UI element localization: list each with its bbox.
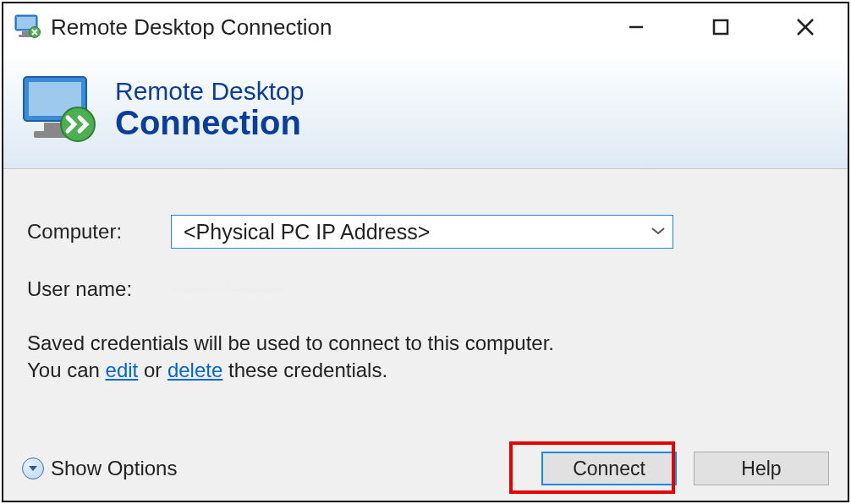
- maximize-button[interactable]: [678, 3, 763, 51]
- computer-combobox[interactable]: <Physical PC IP Address>: [171, 215, 673, 249]
- credentials-line1: Saved credentials will be used to connec…: [27, 331, 554, 354]
- help-button[interactable]: Help: [694, 452, 829, 485]
- banner: Remote Desktop Connection: [3, 51, 848, 169]
- delete-credentials-link[interactable]: delete: [167, 359, 222, 381]
- svg-rect-6: [714, 20, 727, 34]
- connect-button[interactable]: Connect: [541, 452, 677, 485]
- rdc-titlebar-icon: [14, 14, 44, 41]
- show-options-toggle[interactable]: Show Options: [22, 457, 177, 480]
- credentials-mid: or: [138, 359, 167, 381]
- titlebar: Remote Desktop Connection: [3, 3, 848, 51]
- computer-row: Computer: <Physical PC IP Address>: [27, 215, 824, 249]
- computer-value: <Physical PC IP Address>: [184, 220, 651, 244]
- banner-line1: Remote Desktop: [115, 79, 304, 104]
- banner-line2: Connection: [115, 104, 304, 141]
- username-value: ·················: [171, 278, 288, 300]
- expand-icon: [22, 457, 44, 479]
- username-row: User name: ·················: [27, 277, 824, 301]
- close-button[interactable]: [763, 3, 848, 51]
- rdc-banner-icon: [19, 72, 103, 148]
- credentials-suffix: these credentials.: [222, 359, 387, 381]
- credentials-prefix: You can: [27, 359, 106, 381]
- connect-label: Connect: [573, 457, 645, 480]
- show-options-label: Show Options: [51, 457, 177, 480]
- credentials-notice: Saved credentials will be used to connec…: [27, 330, 824, 385]
- help-label: Help: [741, 457, 781, 480]
- chevron-down-icon: [651, 224, 666, 239]
- edit-credentials-link[interactable]: edit: [106, 359, 139, 381]
- rdc-window: Remote Desktop Connection: [2, 2, 849, 502]
- body: Computer: <Physical PC IP Address> User …: [3, 169, 848, 501]
- username-label: User name:: [27, 277, 171, 301]
- minimize-button[interactable]: [594, 3, 678, 51]
- footer-bar: Show Options Connect Help: [3, 436, 848, 501]
- banner-text: Remote Desktop Connection: [115, 79, 304, 141]
- computer-label: Computer:: [27, 220, 171, 244]
- window-controls: [594, 3, 848, 51]
- window-title: Remote Desktop Connection: [51, 14, 594, 41]
